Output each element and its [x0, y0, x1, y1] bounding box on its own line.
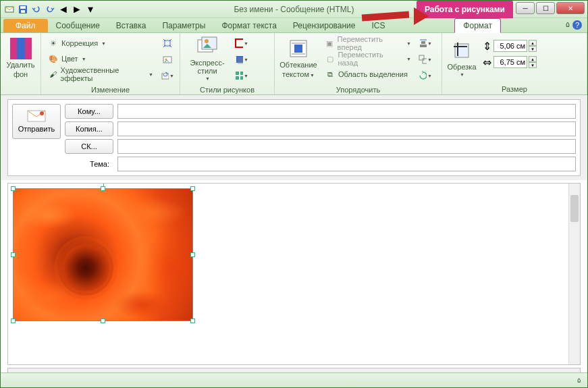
window-title: Без имени - Сообщение (HTML): [234, 5, 354, 14]
message-body[interactable]: [7, 183, 581, 365]
svg-rect-18: [236, 76, 239, 80]
compress-pictures-icon[interactable]: [160, 36, 175, 51]
height-spinner[interactable]: ⇕ ▲▼: [481, 40, 537, 52]
width-up[interactable]: ▲: [529, 56, 537, 62]
subject-input[interactable]: [117, 157, 576, 171]
message-header-area: Отправить Кому... Копия... СК... Тема:: [1, 95, 587, 180]
crop-button[interactable]: Обрезка▼: [445, 34, 479, 82]
picture-border-icon[interactable]: ▼: [234, 36, 249, 51]
svg-rect-26: [420, 45, 427, 47]
align-icon[interactable]: ▼: [418, 36, 433, 51]
group-arrange-label: Упорядочить: [277, 84, 439, 95]
tab-options[interactable]: Параметры: [154, 19, 213, 32]
width-input[interactable]: [493, 56, 527, 68]
quick-access-toolbar: ◄ ► ▾: [1, 3, 99, 16]
height-input[interactable]: [493, 40, 527, 52]
maximize-button[interactable]: ☐: [536, 2, 555, 14]
bcc-button[interactable]: СК...: [65, 139, 113, 154]
change-picture-icon[interactable]: [160, 52, 175, 67]
bcc-input[interactable]: [117, 139, 576, 154]
svg-rect-28: [423, 59, 427, 63]
picture-layout-icon[interactable]: ▼: [234, 68, 249, 83]
artistic-effects-button[interactable]: 🖌Художественные эффекты▼: [45, 67, 156, 82]
height-icon: ⇕: [481, 40, 492, 51]
reset-picture-icon[interactable]: ▼: [160, 68, 175, 83]
statusbar: ۵: [1, 372, 587, 387]
save-icon[interactable]: [17, 3, 29, 16]
svg-rect-21: [294, 45, 302, 53]
picture-effects-icon[interactable]: ▼: [234, 52, 249, 67]
svg-rect-6: [165, 40, 170, 46]
selection-pane-button[interactable]: ⧉Область выделения: [322, 67, 414, 82]
svg-rect-19: [240, 76, 243, 80]
window-controls: ─ ☐ ✕: [516, 2, 585, 14]
close-button[interactable]: ✕: [556, 2, 585, 14]
group-adjust-label: Изменение: [44, 84, 177, 95]
help-icon[interactable]: ?: [572, 20, 582, 30]
tab-format-text[interactable]: Формат текста: [213, 19, 284, 32]
corrections-button[interactable]: ☀Коррекция▼: [45, 36, 156, 51]
svg-rect-3: [21, 10, 25, 13]
bring-forward-button: ▣Переместить вперед▼: [322, 36, 414, 51]
redo-icon[interactable]: [44, 3, 56, 16]
send-backward-button: ▢Переместить назад▼: [322, 51, 414, 66]
svg-rect-27: [419, 55, 424, 60]
minimize-ribbon-icon[interactable]: ۵: [566, 20, 570, 30]
resize-handle-w[interactable]: [11, 252, 16, 257]
express-styles-button[interactable]: Экспресс-стили▼: [183, 34, 232, 82]
tab-message[interactable]: Сообщение: [48, 19, 108, 32]
prev-icon[interactable]: ◄: [57, 3, 70, 16]
svg-rect-2: [20, 6, 26, 9]
height-up[interactable]: ▲: [529, 40, 537, 46]
color-button[interactable]: 🎨Цвет▼: [45, 51, 156, 66]
resize-handle-s[interactable]: [101, 318, 105, 323]
app-icon[interactable]: [3, 3, 16, 16]
subject-label: Тема:: [65, 160, 113, 168]
resize-handle-e[interactable]: [190, 252, 195, 257]
text-wrap-button[interactable]: Обтекание текстом▼: [277, 34, 319, 82]
group-size-label: Размер: [445, 84, 584, 94]
cc-input[interactable]: [117, 121, 576, 136]
resize-handle-sw[interactable]: [11, 318, 16, 323]
resize-handle-n[interactable]: [101, 186, 105, 191]
ribbon: Удалить фон ☀Коррекция▼ 🎨Цвет▼ 🖌Художест…: [1, 33, 587, 95]
minimize-button[interactable]: ─: [516, 2, 535, 14]
send-button[interactable]: Отправить: [12, 104, 61, 139]
undo-icon[interactable]: [30, 3, 43, 16]
inserted-image[interactable]: [14, 189, 192, 321]
to-button[interactable]: Кому...: [65, 104, 113, 119]
ribbon-tabs: Файл Сообщение Вставка Параметры Формат …: [1, 18, 587, 33]
cc-button[interactable]: Копия...: [65, 121, 113, 136]
svg-rect-15: [238, 57, 243, 64]
resize-handle-ne[interactable]: [190, 186, 195, 191]
svg-rect-16: [236, 72, 239, 75]
group-icon[interactable]: ▼: [418, 52, 433, 67]
tab-format-picture[interactable]: Формат: [454, 18, 501, 33]
width-icon: ⇔: [481, 57, 492, 67]
qat-customize-icon[interactable]: ▾: [84, 3, 97, 16]
svg-rect-17: [240, 72, 243, 75]
tab-file[interactable]: Файл: [3, 19, 48, 32]
vertical-scrollbar[interactable]: [568, 184, 580, 364]
resize-handle-se[interactable]: [190, 318, 195, 323]
tab-review[interactable]: Рецензирование: [285, 19, 364, 32]
tab-insert[interactable]: Вставка: [108, 19, 155, 32]
width-down[interactable]: ▼: [529, 62, 537, 68]
titlebar: ◄ ► ▾ Без имени - Сообщение (HTML) Работ…: [1, 1, 587, 18]
to-input[interactable]: [117, 104, 576, 119]
group-styles-label: Стили рисунков: [183, 84, 271, 95]
svg-rect-25: [421, 41, 425, 44]
flower-image: [14, 189, 192, 321]
callout-arrow: [362, 9, 426, 25]
expand-icon[interactable]: ۵: [577, 377, 581, 384]
rotate-icon[interactable]: ▼: [418, 68, 433, 83]
svg-rect-13: [236, 39, 243, 47]
app-window: ◄ ► ▾ Без имени - Сообщение (HTML) Работ…: [0, 0, 588, 388]
height-down[interactable]: ▼: [529, 46, 537, 52]
remove-background-button[interactable]: Удалить фон: [3, 34, 38, 82]
resize-handle-nw[interactable]: [11, 186, 16, 191]
next-icon[interactable]: ►: [71, 3, 83, 16]
width-spinner[interactable]: ⇔ ▲▼: [481, 56, 537, 68]
envelope-icon: [27, 110, 46, 122]
svg-rect-5: [17, 38, 25, 59]
